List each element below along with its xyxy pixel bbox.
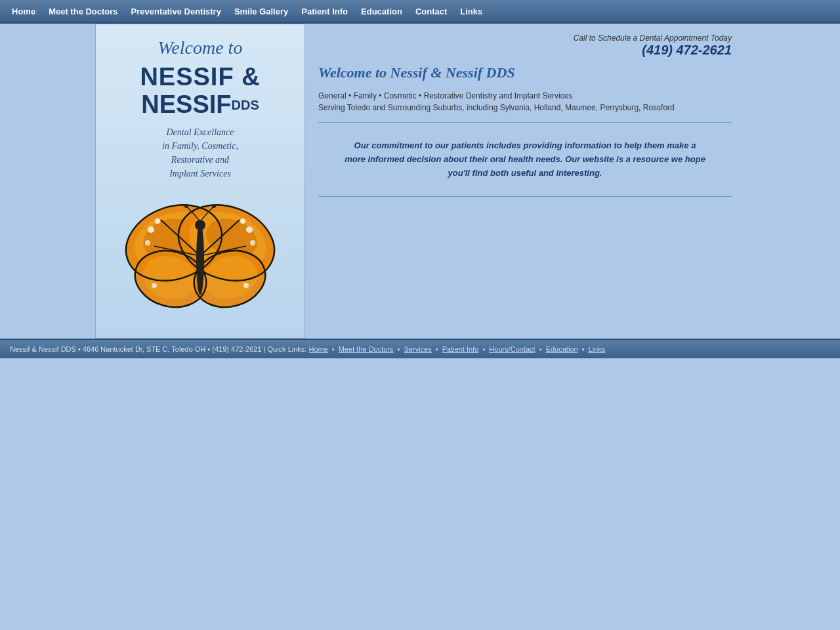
nav-patient-info[interactable]: Patient Info <box>295 3 354 20</box>
svg-point-19 <box>155 219 160 224</box>
svg-point-18 <box>148 226 154 233</box>
footer-link-patient-info[interactable]: Patient Info <box>442 345 479 353</box>
logo-name-top: NESSIF & <box>140 64 260 91</box>
tagline: Dental Excellancein Family, Cosmetic,Res… <box>162 125 238 180</box>
footer-link-home[interactable]: Home <box>308 345 327 353</box>
nav-smile-gallery[interactable]: Smile Gallery <box>228 3 295 20</box>
nav-meet-the-doctors[interactable]: Meet the Doctors <box>42 3 124 20</box>
butterfly-illustration <box>115 190 285 322</box>
welcome-text: Welcome to <box>158 37 243 58</box>
logo-nessif-text: NESSIF <box>141 91 231 118</box>
call-schedule: Call to Schedule a Dental Appointment To… <box>318 33 732 58</box>
footer-separator-1: • <box>332 345 335 353</box>
footer-link-education[interactable]: Education <box>546 345 578 353</box>
welcome-heading: Welcome to Nessif & Nessif DDS <box>318 64 732 81</box>
commitment-text: Our commitment to our patients includes … <box>318 133 732 186</box>
footer-separator-3: • <box>436 345 438 353</box>
footer-address: Nessif & Nessif DDS • 4646 Nantucket Dr,… <box>10 345 306 353</box>
svg-point-20 <box>246 226 253 233</box>
divider-bottom <box>318 196 732 197</box>
phone-number: (419) 472-2621 <box>318 43 732 58</box>
footer-link-services[interactable]: Services <box>404 345 432 353</box>
footer-link-links[interactable]: Links <box>589 345 606 353</box>
footer: Nessif & Nessif DDS • 4646 Nantucket Dr,… <box>0 339 840 358</box>
footer-separator-6: • <box>582 345 585 353</box>
call-text: Call to Schedule a Dental Appointment To… <box>318 33 732 43</box>
svg-point-22 <box>145 240 150 245</box>
nav-contact[interactable]: Contact <box>409 3 453 20</box>
footer-separator-5: • <box>539 345 542 353</box>
footer-separator-2: • <box>398 345 400 353</box>
footer-link-hours-contact[interactable]: Hours/Contact <box>489 345 535 353</box>
subtitle-location: Serving Toledo and Surrounding Suburbs, … <box>318 103 732 112</box>
svg-point-21 <box>240 219 245 224</box>
svg-point-29 <box>184 204 188 208</box>
svg-point-27 <box>195 220 205 230</box>
svg-point-23 <box>250 240 255 245</box>
nav-links[interactable]: Links <box>453 3 489 20</box>
subtitle-services: General • Family • Cosmetic • Restorativ… <box>318 91 732 100</box>
divider-top <box>318 122 732 123</box>
nav-home[interactable]: Home <box>5 3 42 20</box>
nav-preventative-dentistry[interactable]: Preventative Dentistry <box>125 3 228 20</box>
nav-bar: Home Meet the Doctors Preventative Denti… <box>0 0 840 24</box>
footer-separator-4: • <box>482 345 485 353</box>
svg-point-26 <box>196 223 204 295</box>
logo: NESSIF & NESSIFDDS <box>140 64 260 119</box>
logo-dds: DDS <box>232 97 259 112</box>
footer-link-meet-doctors[interactable]: Meet the Doctors <box>339 345 394 353</box>
main-wrapper: Welcome to NESSIF & NESSIFDDS Dental Exc… <box>95 24 745 339</box>
logo-name-bottom: NESSIFDDS <box>140 91 260 119</box>
svg-point-31 <box>212 204 216 208</box>
svg-point-24 <box>152 283 157 288</box>
svg-point-25 <box>243 283 249 288</box>
right-panel: Call to Schedule a Dental Appointment To… <box>305 24 745 339</box>
left-panel: Welcome to NESSIF & NESSIFDDS Dental Exc… <box>95 24 305 339</box>
nav-education[interactable]: Education <box>354 3 409 20</box>
